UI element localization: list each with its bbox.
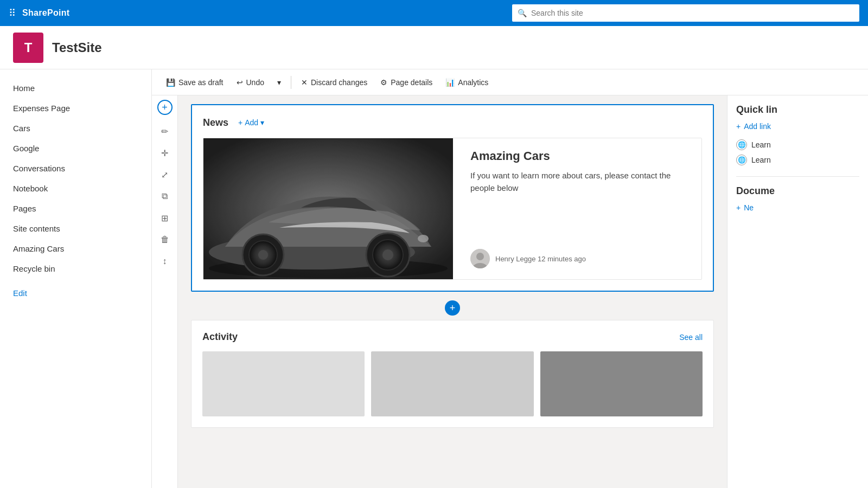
discard-icon: ✕: [301, 78, 308, 87]
copy-strip-button[interactable]: ⧉: [155, 187, 175, 206]
news-block: News + Add ▾: [191, 104, 714, 292]
page-details-icon: ⚙: [380, 78, 387, 87]
site-title: TestSite: [52, 40, 102, 55]
undo-button[interactable]: ↩ Undo: [231, 75, 270, 90]
quick-links-title: Quick lin: [736, 104, 859, 115]
apps-icon[interactable]: ⠿: [9, 7, 16, 19]
svg-rect-10: [203, 138, 453, 279]
sharepoint-brand: SharePoint: [22, 8, 69, 18]
news-add-button[interactable]: + Add ▾: [235, 116, 267, 129]
sidebar-item-cars[interactable]: Cars: [0, 118, 151, 138]
section-add-indicator: +: [191, 300, 714, 316]
author-info: Henry Legge 12 minutes ago: [495, 255, 586, 263]
content-area: 💾 Save as draft ↩ Undo ▾ ✕ Discard chang…: [152, 69, 868, 488]
canvas: News + Add ▾: [178, 95, 727, 488]
right-panel: Quick lin + Add link 🌐 Learn 🌐 Learn Doc…: [727, 95, 868, 488]
chevron-down-icon: ▾: [277, 78, 281, 87]
author-avatar: [470, 249, 490, 268]
news-card[interactable]: Amazing Cars If you want to learn more a…: [203, 138, 702, 280]
site-header: T TestSite: [0, 26, 868, 69]
news-card-image: [203, 138, 453, 279]
move-strip-button[interactable]: ✛: [155, 143, 175, 163]
search-icon: 🔍: [518, 9, 527, 17]
learn-link-2[interactable]: 🌐 Learn: [736, 152, 859, 168]
toolbar-separator: [291, 76, 291, 89]
news-card-description: If you want to learn more about cars, pl…: [470, 170, 693, 194]
author-name: Henry Legge: [495, 255, 535, 263]
activity-section: Activity See all: [191, 320, 714, 428]
news-card-footer: Henry Legge 12 minutes ago: [470, 249, 693, 268]
search-box[interactable]: 🔍: [512, 4, 859, 22]
add-below-button[interactable]: +: [445, 300, 460, 316]
add-section-button[interactable]: +: [157, 100, 173, 115]
undo-dropdown-button[interactable]: ▾: [272, 75, 286, 90]
left-strip: + ✏ ✛ ⤢ ⧉ ⊞ 🗑 ↕: [152, 95, 178, 488]
sidebar-item-pages[interactable]: Pages: [0, 198, 151, 219]
save-draft-button[interactable]: 💾 Save as draft: [161, 75, 229, 90]
delete-strip-button[interactable]: 🗑: [155, 230, 175, 249]
add-chevron-icon: ▾: [260, 118, 264, 127]
edit-toolbar: 💾 Save as draft ↩ Undo ▾ ✕ Discard chang…: [152, 69, 868, 95]
analytics-button[interactable]: 📊 Analytics: [440, 75, 494, 90]
svg-point-12: [476, 253, 484, 260]
activity-card-1[interactable]: [202, 351, 365, 416]
sidebar-item-recycle-bin[interactable]: Recycle bin: [0, 259, 151, 279]
discard-changes-button[interactable]: ✕ Discard changes: [296, 75, 373, 90]
learn-link-1[interactable]: 🌐 Learn: [736, 137, 859, 152]
analytics-icon: 📊: [445, 78, 455, 87]
news-card-content: Amazing Cars If you want to learn more a…: [462, 138, 701, 279]
news-title-row: News + Add ▾: [203, 116, 702, 129]
avatar-svg: [470, 249, 490, 268]
move-down-strip-button[interactable]: ↕: [155, 252, 175, 271]
sidebar-item-home[interactable]: Home: [0, 78, 151, 98]
sidebar: Home Expenses Page Cars Google Conversat…: [0, 69, 152, 488]
globe-icon-2: 🌐: [736, 155, 747, 165]
save-draft-icon: 💾: [166, 78, 175, 87]
activity-cards: [202, 351, 703, 416]
activity-title: Activity: [202, 331, 238, 343]
news-heading: News: [203, 117, 228, 129]
undo-icon: ↩: [237, 78, 243, 87]
plus-icon: +: [238, 118, 242, 127]
add-link-icon: +: [736, 122, 741, 131]
strip-tools: ✏ ✛ ⤢ ⧉ ⊞ 🗑 ↕: [155, 121, 175, 271]
add-link-button[interactable]: + Add link: [736, 122, 859, 131]
time-ago: 12 minutes ago: [538, 255, 586, 263]
documents-title: Docume: [736, 185, 859, 197]
activity-card-3[interactable]: [540, 351, 703, 416]
news-card-title: Amazing Cars: [470, 149, 693, 163]
right-divider: [736, 176, 859, 177]
sidebar-item-conversations[interactable]: Conversations: [0, 158, 151, 178]
sidebar-item-edit[interactable]: Edit: [0, 283, 151, 303]
edit-strip-pencil[interactable]: ✏: [155, 121, 175, 141]
page-details-button[interactable]: ⚙ Page details: [375, 75, 438, 90]
activity-header: Activity See all: [202, 331, 703, 343]
page-content: + ✏ ✛ ⤢ ⧉ ⊞ 🗑 ↕ News: [152, 95, 868, 488]
site-logo: T: [13, 33, 43, 63]
sidebar-item-google[interactable]: Google: [0, 138, 151, 158]
new-document-button[interactable]: + Ne: [736, 203, 859, 212]
topbar: ⠿ SharePoint 🔍: [0, 0, 868, 26]
sidebar-item-expenses-page[interactable]: Expenses Page: [0, 98, 151, 118]
activity-card-2[interactable]: [371, 351, 533, 416]
search-input[interactable]: [531, 9, 854, 17]
car-svg: [203, 138, 453, 279]
sidebar-item-notebook[interactable]: Notebook: [0, 178, 151, 198]
globe-icon-1: 🌐: [736, 139, 747, 150]
sidebar-item-site-contents[interactable]: Site contents: [0, 219, 151, 239]
duplicate-strip-button[interactable]: ⊞: [155, 208, 175, 228]
see-all-link[interactable]: See all: [679, 333, 703, 342]
move-arrows-button[interactable]: ⤢: [155, 165, 175, 184]
main-layout: Home Expenses Page Cars Google Conversat…: [0, 69, 868, 488]
sidebar-item-amazing-cars[interactable]: Amazing Cars: [0, 239, 151, 259]
new-doc-plus-icon: +: [736, 203, 741, 212]
